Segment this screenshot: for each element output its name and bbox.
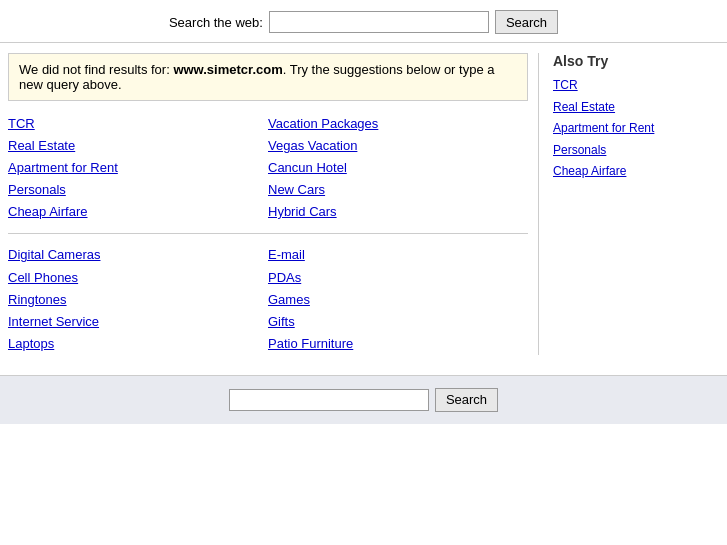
link-laptops[interactable]: Laptops: [8, 333, 268, 355]
sidebar-link-apartment-for-rent[interactable]: Apartment for Rent: [553, 118, 719, 140]
link-gifts[interactable]: Gifts: [268, 311, 528, 333]
link-col-2b: E-mail PDAs Games Gifts Patio Furniture: [268, 244, 528, 354]
link-vacation-packages[interactable]: Vacation Packages: [268, 113, 528, 135]
sidebar-heading: Also Try: [553, 53, 719, 69]
link-ringtones[interactable]: Ringtones: [8, 289, 268, 311]
sidebar-link-tcr[interactable]: TCR: [553, 75, 719, 97]
notice-prefix: We did not find results for:: [19, 62, 173, 77]
section-divider: [8, 233, 528, 234]
link-group-1: TCR Real Estate Apartment for Rent Perso…: [8, 113, 528, 223]
link-digital-cameras[interactable]: Digital Cameras: [8, 244, 268, 266]
link-patio-furniture[interactable]: Patio Furniture: [268, 333, 528, 355]
link-apartment-for-rent[interactable]: Apartment for Rent: [8, 157, 268, 179]
bottom-search-button[interactable]: Search: [435, 388, 498, 412]
top-search-button[interactable]: Search: [495, 10, 558, 34]
notice-domain: www.simetcr.com: [173, 62, 282, 77]
link-real-estate-1[interactable]: Real Estate: [8, 135, 268, 157]
top-search-bar: Search the web: Search: [0, 0, 727, 43]
link-col-1b: Vacation Packages Vegas Vacation Cancun …: [268, 113, 528, 223]
right-sidebar: Also Try TCR Real Estate Apartment for R…: [539, 53, 719, 355]
link-col-2a: Digital Cameras Cell Phones Ringtones In…: [8, 244, 268, 354]
bottom-search-input[interactable]: [229, 389, 429, 411]
link-games[interactable]: Games: [268, 289, 528, 311]
link-email[interactable]: E-mail: [268, 244, 528, 266]
top-search-input[interactable]: [269, 11, 489, 33]
sidebar-link-personals[interactable]: Personals: [553, 140, 719, 162]
link-tcr-1[interactable]: TCR: [8, 113, 268, 135]
left-content: We did not find results for: www.simetcr…: [8, 53, 539, 355]
main-content: We did not find results for: www.simetcr…: [0, 43, 727, 365]
link-col-1a: TCR Real Estate Apartment for Rent Perso…: [8, 113, 268, 223]
sidebar-link-real-estate[interactable]: Real Estate: [553, 97, 719, 119]
link-cancun-hotel[interactable]: Cancun Hotel: [268, 157, 528, 179]
link-hybrid-cars[interactable]: Hybrid Cars: [268, 201, 528, 223]
sidebar-link-cheap-airfare[interactable]: Cheap Airfare: [553, 161, 719, 183]
bottom-search-bar: Search: [0, 375, 727, 424]
notice-box: We did not find results for: www.simetcr…: [8, 53, 528, 101]
link-internet-service[interactable]: Internet Service: [8, 311, 268, 333]
link-personals-1[interactable]: Personals: [8, 179, 268, 201]
link-vegas-vacation[interactable]: Vegas Vacation: [268, 135, 528, 157]
link-cheap-airfare-1[interactable]: Cheap Airfare: [8, 201, 268, 223]
link-new-cars[interactable]: New Cars: [268, 179, 528, 201]
link-cell-phones[interactable]: Cell Phones: [8, 267, 268, 289]
link-pdas[interactable]: PDAs: [268, 267, 528, 289]
link-group-2: Digital Cameras Cell Phones Ringtones In…: [8, 244, 528, 354]
top-search-label: Search the web:: [169, 15, 263, 30]
